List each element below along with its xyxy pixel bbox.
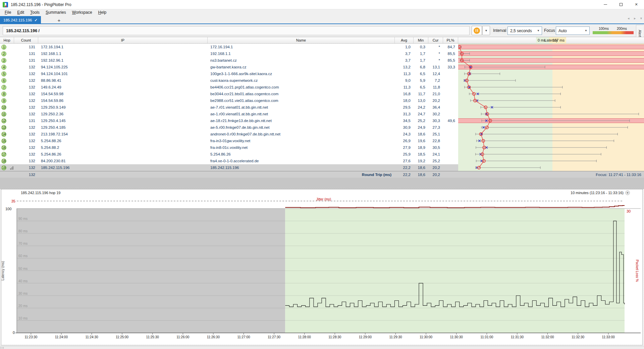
tab-scroll-icon[interactable]: ◄ — [627, 17, 630, 20]
tab-scroll-icon[interactable]: ▼ — [640, 17, 643, 20]
ip-cell: 172.16.194.1 — [38, 44, 208, 50]
ip-cell: 192.162.96.1 — [38, 57, 208, 64]
hop-cell: 12 — [0, 117, 14, 124]
table-row[interactable]: 613288.86.98.41cust-kaora-supernetwork.c… — [0, 77, 644, 84]
pause-dropdown-button[interactable]: ▼ — [482, 26, 490, 35]
avg-cell: 11,3 — [395, 84, 414, 91]
count-cell: 132 — [14, 151, 38, 158]
min-cell: 5,9 — [414, 77, 428, 84]
tab-scroll-icon[interactable]: ► — [633, 17, 636, 20]
ip-cell: 5.254.86.26 — [38, 151, 208, 158]
table-row[interactable]: 9132154.54.59.86be2988.ccr51.vie01.atlas… — [0, 97, 644, 104]
maximize-button[interactable] — [613, 0, 629, 9]
ip-cell: 88.86.98.41 — [38, 77, 208, 84]
table-row[interactable]: 171325.254.86.265.254.86.2625,918,524,1 — [0, 151, 644, 158]
latency-graph-cell — [458, 117, 644, 124]
table-row[interactable]: 10132129.250.9.149ae-7.r01.vienat01.at.b… — [0, 104, 644, 111]
cur-cell: 30,3 — [428, 117, 443, 124]
menu-item-workspace[interactable]: Workspace — [69, 10, 95, 15]
new-tab-button[interactable]: + — [55, 17, 63, 23]
window-title: 185.242.115.196 - PingPlotter Pro — [11, 2, 71, 7]
interval-select[interactable]: 2,5 seconds▼ — [507, 26, 542, 35]
table-row[interactable]: 513294.124.104.101100ge3-1-1-666.asr9k-s… — [0, 70, 644, 77]
focus-label: Focus — [544, 28, 555, 33]
column-header-cur[interactable]: Cur — [428, 37, 443, 43]
column-header-hop[interactable]: Hop — [0, 37, 14, 43]
hop-number-badge: 19 — [1, 165, 6, 170]
hop-number-badge: 7 — [1, 85, 6, 90]
table-row[interactable]: 1131172.16.194.1172.16.194.11,00,3*84,7 — [0, 44, 644, 50]
count-cell: 131 — [14, 44, 38, 50]
hop-number-badge: 5 — [1, 71, 6, 76]
menu-item-tools[interactable]: Tools — [28, 10, 42, 15]
column-header-avg[interactable]: Avg — [395, 37, 414, 43]
hop-cell: 4 — [0, 64, 14, 70]
minimize-button[interactable] — [598, 0, 613, 9]
table-row[interactable]: 1813284.200.230.81fra4.xe-0-1-0.accelera… — [0, 158, 644, 164]
min-cell: 18,6 — [414, 131, 428, 137]
interval-value: 2,5 seconds — [510, 28, 532, 33]
title-bar: 185.242.115.196 - PingPlotter Pro ✕ — [0, 0, 644, 9]
table-row[interactable]: 19132185.242.115.196185.242.115.19622,21… — [0, 164, 644, 171]
table-row[interactable]: 7132149.6.24.49be4406.ccr21.prg01.atlas.… — [0, 84, 644, 91]
table-row[interactable]: 2131192.168.1.1192.168.1.13,71,7*85,5 — [0, 50, 644, 57]
column-header-min[interactable]: Min — [414, 37, 428, 43]
count-cell: 132 — [14, 91, 38, 97]
hop-number-badge: 14 — [1, 132, 6, 137]
close-button[interactable]: ✕ — [629, 0, 644, 9]
pause-button[interactable] — [472, 26, 482, 35]
column-header-name[interactable]: Name — [208, 37, 395, 43]
name-cell: fra4.xe-0-1-0.accelerated.de — [208, 158, 395, 164]
cur-cell: 12,4 — [428, 70, 443, 77]
table-row[interactable]: 151325.254.88.26fra-in3-01gw.voxility.ne… — [0, 137, 644, 144]
tab-target[interactable]: 185.242.115.196 ✓ — [0, 16, 41, 24]
packet-loss-cell: 84,7 — [443, 44, 458, 50]
min-cell: 18,5 — [414, 151, 428, 158]
packet-loss-cell: 49,6 — [443, 117, 458, 124]
min-cell: 19,2 — [414, 158, 428, 164]
round-trip-row[interactable]: 132 Round Trip (ms) 22,2 18,6 20,2 Focus… — [0, 171, 644, 178]
focus-select[interactable]: Auto▼ — [556, 26, 590, 35]
ip-cell: 154.54.59.98 — [38, 91, 208, 97]
hop-table: 1131172.16.194.1172.16.194.11,00,3*84,72… — [0, 44, 644, 171]
name-cell: gw-bartanet.kaora.cz — [208, 64, 395, 70]
min-cell: 24,9 — [414, 124, 428, 131]
pingplotter-window: 185.242.115.196 - PingPlotter Pro ✕ File… — [0, 0, 644, 349]
cur-cell: 25,2 — [428, 158, 443, 164]
scale-gradient-bar — [593, 31, 634, 34]
timeline-range-select[interactable]: 10 minutes (11:23:16 - 11:33:16) ▼ — [571, 190, 630, 195]
horizontal-scrollbar[interactable] — [0, 346, 644, 349]
menu-item-summaries[interactable]: Summaries — [43, 10, 69, 15]
latency-graph-cell — [458, 77, 644, 84]
cur-cell: 27,3 — [428, 124, 443, 131]
target-address-box[interactable]: 185.242.115.196 / — [3, 26, 470, 35]
table-row[interactable]: 11132129.250.2.36ae-1.r00.vienat01.at.bb… — [0, 111, 644, 117]
hop-number-badge: 9 — [1, 98, 6, 103]
latency-graph-cell — [458, 137, 644, 144]
table-row[interactable]: 3131192.162.96.1ns3.bartanet.cz3,71,7*85… — [0, 57, 644, 64]
tab-scroll-buttons[interactable]: ◄►▼ — [627, 17, 643, 20]
column-header-pl[interactable]: PL% — [443, 37, 458, 43]
packet-loss-band — [458, 45, 644, 49]
avg-cell: 3,7 — [395, 57, 414, 64]
column-header-count[interactable]: Count — [14, 37, 38, 43]
packet-loss-cell — [443, 131, 458, 137]
menu-item-file[interactable]: File — [2, 10, 14, 15]
menu-item-help[interactable]: Help — [96, 10, 109, 15]
avg-cell: 9,0 — [395, 77, 414, 84]
count-cell: 132 — [14, 164, 38, 171]
table-row[interactable]: 13132129.250.4.185ae-5.r00.frnkge07.de.b… — [0, 124, 644, 131]
menu-item-edit[interactable]: Edit — [14, 10, 27, 15]
table-row[interactable]: 413294.124.105.225gw-bartanet.kaora.cz13… — [0, 64, 644, 70]
avg-cell: 16,8 — [395, 91, 414, 97]
table-row[interactable]: 161325.254.88.2fra-in8-01c.voxility.net2… — [0, 144, 644, 151]
min-cell: 0,3 — [414, 44, 428, 50]
table-row[interactable]: 14132213.198.72.154andronet-0.r00.frnkge… — [0, 131, 644, 137]
table-row[interactable]: 8132154.54.59.98be3044.ccr21.bts01.atlas… — [0, 91, 644, 97]
round-trip-min: 18,6 — [414, 171, 428, 178]
column-header-ip[interactable]: IP — [38, 37, 208, 43]
graph-title: Latency — [458, 38, 644, 42]
table-row[interactable]: 12131129.250.4.145ae-18.r21.frnkge13.de.… — [0, 117, 644, 124]
pane-splitter[interactable] — [0, 178, 644, 189]
ip-cell: 192.168.1.1 — [38, 50, 208, 57]
